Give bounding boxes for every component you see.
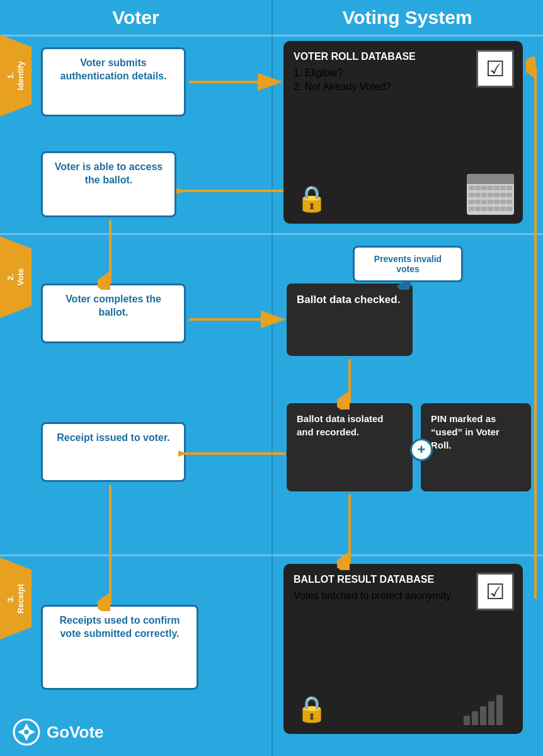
header-divider <box>0 35 543 37</box>
checkbox-icon: ☑ <box>476 50 514 88</box>
govote-logo: GoVote <box>13 718 104 746</box>
arrow-completes-to-checked <box>186 307 290 332</box>
voter-roll-lock-icon: 🔒 <box>296 184 328 214</box>
ballot-isolated-text: Ballot data isolated and recorded. <box>297 412 403 438</box>
ballot-isolated-box: Ballot data isolated and recorded. <box>287 403 413 491</box>
arrow-voter-submits-to-roll <box>186 69 287 94</box>
ballot-result-database-box: BALLOT RESULT DATABASE Votes batched to … <box>283 564 523 734</box>
govote-icon <box>13 718 40 746</box>
step2-text: 2.Vote <box>6 268 25 285</box>
voter-submits-text: Voter submits authentication details. <box>53 57 174 83</box>
prevents-invalid-text: Prevents invalid votes <box>363 254 452 274</box>
calendar-icon <box>467 174 514 215</box>
arrow-access-to-completes <box>98 217 123 290</box>
receipts-used-text: Receipts used to confirm vote submitted … <box>53 614 186 641</box>
arrow-receipt-to-receipts-used <box>98 482 123 611</box>
ballot-result-lock-icon: 🔒 <box>296 694 328 724</box>
voter-completes-text: Voter completes the ballot. <box>53 293 174 319</box>
ballot-data-checked-box: Ballot data checked. <box>287 284 413 356</box>
voter-completes-box: Voter completes the ballot. <box>41 284 186 343</box>
voter-access-box: Voter is able to access the ballot. <box>41 151 176 217</box>
receipts-used-box: Receipts used to confirm vote submitted … <box>41 605 198 690</box>
pin-marked-box: PIN marked as “used” in Voter Roll. <box>421 403 531 491</box>
arrow-checked-to-isolated <box>337 356 362 410</box>
arrow-isolated-to-result <box>337 491 362 570</box>
voter-access-text: Voter is able to access the ballot. <box>53 161 164 187</box>
voting-system-column-header: Voting System <box>272 0 543 35</box>
receipt-issued-box: Receipt issued to voter. <box>41 422 186 482</box>
step1-text: 1.Identify <box>6 61 25 90</box>
arrow-result-to-voterroll <box>526 57 543 605</box>
voter-submits-box: Voter submits authentication details. <box>41 47 186 117</box>
arrow-isolated-to-receipt <box>178 441 289 466</box>
diagram: { "header": { "left_col": "Voter", "righ… <box>0 0 543 756</box>
plus-circle: + <box>410 438 433 461</box>
barchart-icon <box>464 690 514 725</box>
voter-roll-database-box: VOTER ROLL DATABASE 1. Eligible? 2. Not … <box>283 41 523 224</box>
step2-banner: 2.Vote <box>0 236 31 318</box>
ballot-result-checkbox-icon: ☑ <box>476 573 514 610</box>
arrow-roll-to-access <box>176 178 287 203</box>
voting-system-column-title: Voting System <box>342 7 472 28</box>
step3-text: 3.Receipt <box>6 584 25 614</box>
section2-divider <box>0 554 543 556</box>
voter-column-header: Voter <box>0 0 272 35</box>
govote-text: GoVote <box>47 723 104 742</box>
section1-divider <box>0 233 543 235</box>
step3-banner: 3.Receipt <box>0 558 31 639</box>
ballot-checked-text: Ballot data checked. <box>297 292 403 307</box>
step1-banner: 1.Identify <box>0 35 31 117</box>
voter-column-title: Voter <box>112 7 159 28</box>
column-divider <box>272 0 273 756</box>
prevents-invalid-callout: Prevents invalid votes <box>353 246 463 282</box>
pin-marked-text: PIN marked as “used” in Voter Roll. <box>431 412 521 452</box>
receipt-issued-text: Receipt issued to voter. <box>53 432 174 445</box>
